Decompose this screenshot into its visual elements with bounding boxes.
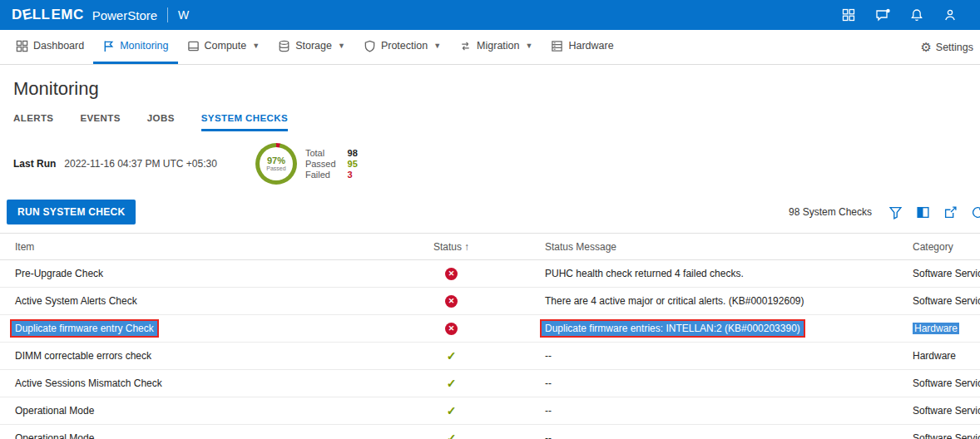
item-label: Active Sessions Mismatch Check (15, 377, 162, 389)
nav-label: Compute (205, 40, 247, 52)
donut-percent: 97% (267, 156, 285, 165)
chevron-down-icon: ▼ (433, 42, 441, 50)
product-name: PowerStore (92, 8, 157, 22)
migration-icon (459, 40, 472, 52)
item-label: DIMM correctable errors check (15, 350, 151, 362)
monitoring-flag-icon (102, 40, 115, 52)
passed-value: 95 (348, 159, 358, 169)
passed-status-icon: ✓ (447, 349, 457, 363)
status-message: -- (545, 350, 552, 362)
category-label: Software Services (913, 377, 980, 389)
page-title: Monitoring (0, 65, 980, 101)
refresh-icon[interactable] (971, 205, 980, 220)
last-run-label: Last Run (13, 158, 56, 170)
status-message: -- (545, 405, 552, 417)
tab-system-checks[interactable]: SYSTEM CHECKS (201, 113, 288, 131)
table-row[interactable]: Active System Alerts Check ✕ ✓ There are… (0, 288, 980, 315)
status-message: -- (545, 432, 552, 439)
apps-grid-icon[interactable] (842, 8, 855, 22)
last-run: Last Run 2022-11-16 04:37 PM UTC +05:30 (13, 158, 217, 170)
gear-icon: ⚙ (920, 40, 931, 55)
table-row[interactable]: Operational Mode ✕ ✓ -- Software Service… (0, 425, 980, 439)
nav-item-dashboard[interactable]: Dashboard (7, 30, 93, 64)
category-label: Software Services (913, 268, 980, 279)
failed-label: Failed (305, 170, 336, 180)
nav-item-migration[interactable]: Migration ▼ (450, 30, 542, 64)
passed-label: Passed (305, 159, 336, 169)
category-label: Hardware (913, 323, 959, 334)
app-header: DELLEMC PowerStore W (0, 0, 980, 30)
item-label: Active System Alerts Check (15, 295, 137, 307)
nav-label: Migration (477, 40, 519, 52)
passed-donut-chart: 97% Passed (255, 143, 297, 185)
tab-alerts[interactable]: ALERTS (13, 113, 53, 131)
cluster-name[interactable]: W (178, 8, 189, 22)
failed-status-icon: ✕ (445, 295, 458, 308)
passed-status-icon: ✓ (447, 432, 457, 439)
settings-label: Settings (936, 42, 973, 53)
item-label: Pre-Upgrade Check (15, 268, 103, 279)
tab-bar: ALERTS EVENTS JOBS SYSTEM CHECKS (0, 101, 980, 131)
storage-icon (278, 40, 290, 52)
user-icon[interactable] (943, 8, 957, 22)
category-label: Software Services (913, 432, 980, 439)
column-header-status-message[interactable]: Status Message (545, 241, 913, 253)
passed-status-icon: ✓ (447, 404, 457, 417)
nav-item-protection[interactable]: Protection ▼ (354, 30, 450, 64)
bell-icon[interactable] (910, 8, 923, 22)
nav-item-hardware[interactable]: Hardware (542, 30, 622, 64)
status-message: Duplicate firmware entries: INTELLAN:2 (… (540, 319, 805, 338)
filter-funnel-icon[interactable] (888, 205, 903, 220)
table-row[interactable]: Operational Mode ✕ ✓ -- Software Service… (0, 397, 980, 425)
column-header-category[interactable]: Category (913, 241, 980, 253)
passed-status-icon: ✓ (447, 377, 457, 390)
last-run-value: 2022-11-16 04:37 PM UTC +05:30 (64, 158, 217, 170)
chevron-down-icon: ▼ (526, 42, 533, 50)
columns-icon[interactable] (916, 205, 930, 220)
nav-label: Protection (381, 40, 428, 52)
nav-item-monitoring[interactable]: Monitoring (93, 30, 177, 64)
compute-icon (187, 40, 200, 52)
hardware-icon (551, 40, 563, 52)
total-label: Total (305, 148, 336, 158)
donut-label: Passed (266, 165, 285, 171)
sort-ascending-icon: ↑ (464, 241, 469, 253)
nav-label: Dashboard (33, 40, 84, 52)
nav-label: Monitoring (120, 40, 168, 52)
column-header-item[interactable]: Item (0, 241, 358, 253)
total-value: 98 (348, 148, 358, 158)
table-body: Pre-Upgrade Check ✕ ✓ PUHC health check … (0, 260, 980, 439)
tab-jobs[interactable]: JOBS (147, 113, 175, 131)
status-message: There are 4 active major or critical ale… (545, 295, 804, 307)
failed-value: 3 (348, 170, 358, 180)
dell-emc-logo: DELLEMC (12, 7, 84, 23)
run-system-check-button[interactable]: RUN SYSTEM CHECK (7, 200, 136, 224)
item-label: Operational Mode (15, 405, 94, 417)
category-label: Hardware (913, 350, 956, 362)
status-message: -- (545, 377, 552, 389)
category-label: Software Services (913, 295, 980, 307)
table-row[interactable]: Pre-Upgrade Check ✕ ✓ PUHC health check … (0, 260, 980, 288)
chevron-down-icon: ▼ (252, 42, 260, 50)
divider (167, 7, 168, 22)
export-icon[interactable] (943, 205, 958, 220)
protection-shield-icon (364, 40, 376, 52)
table-row[interactable]: Active Sessions Mismatch Check ✕ ✓ -- So… (0, 370, 980, 397)
table-row[interactable]: Duplicate firmware entry Check ✕ ✓ Dupli… (0, 315, 980, 343)
item-label: Duplicate firmware entry Check (10, 319, 159, 338)
nav-item-storage[interactable]: Storage ▼ (269, 30, 354, 64)
main-nav: Dashboard Monitoring Compute ▼ Storage ▼… (0, 30, 980, 65)
tab-events[interactable]: EVENTS (80, 113, 120, 131)
nav-label: Storage (295, 40, 332, 52)
table-header-row: Item Status↑ Status Message Category (0, 233, 980, 260)
nav-item-compute[interactable]: Compute ▼ (178, 30, 270, 64)
failed-status-icon: ✕ (445, 323, 458, 335)
status-message: PUHC health check returned 4 failed chec… (545, 268, 744, 279)
column-header-status[interactable]: Status↑ (358, 241, 545, 253)
table-row[interactable]: DIMM correctable errors check ✕ ✓ -- Har… (0, 343, 980, 370)
system-checks-table: Item Status↑ Status Message Category Pre… (0, 233, 980, 439)
chat-notification-icon[interactable] (875, 8, 890, 22)
summary-section: Last Run 2022-11-16 04:37 PM UTC +05:30 … (0, 131, 980, 198)
nav-label: Hardware (568, 40, 613, 52)
settings-button[interactable]: ⚙ Settings (920, 30, 973, 64)
